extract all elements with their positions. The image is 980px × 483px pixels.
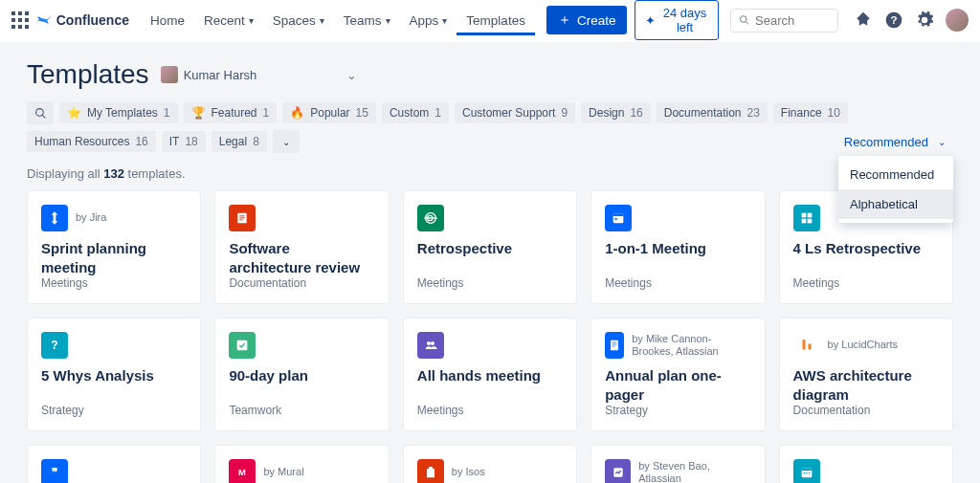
card-category: Teamwork [229, 404, 374, 417]
clip-icon [417, 459, 444, 483]
nav-items: Home Recent▾ Spaces▾ Teams▾ Apps▾ Templa… [141, 6, 535, 35]
chevron-down-icon: ⌄ [938, 137, 946, 147]
flame-icon: 🔥 [290, 106, 304, 120]
filter-pill-my-templates[interactable]: ⭐My Templates1 [59, 102, 178, 123]
svg-rect-2 [25, 11, 29, 15]
search-input[interactable] [755, 13, 830, 28]
filter-pill-human-resources[interactable]: Human Resources16 [27, 131, 156, 152]
template-card[interactable]: by Steven Bao, AtlassianBusiness status … [590, 445, 765, 483]
card-category: Documentation [229, 276, 374, 290]
template-card[interactable]: All hands meetingMeetings [403, 318, 577, 431]
template-card[interactable]: ?5 Whys AnalysisStrategy [27, 318, 201, 431]
filter-pill-popular[interactable]: 🔥Popular15 [282, 102, 376, 123]
status-icon [605, 459, 631, 483]
filter-count: 1 [263, 106, 270, 120]
template-card[interactable]: Calendar [779, 445, 953, 483]
nav-recent[interactable]: Recent▾ [194, 6, 263, 35]
help-icon[interactable]: ? [884, 11, 903, 30]
doc-icon [229, 205, 256, 231]
quote-icon: ❞ [41, 459, 68, 483]
filter-pill-documentation[interactable]: Documentation23 [657, 102, 768, 123]
chevron-down-icon: ▾ [320, 15, 324, 26]
svg-rect-26 [807, 213, 812, 218]
filter-count: 23 [747, 106, 760, 120]
svg-rect-36 [612, 346, 615, 347]
template-card[interactable]: by IsosBusiness plan one-pager [403, 445, 577, 483]
sort-option-recommended[interactable]: Recommended [838, 160, 953, 189]
filter-pill-design[interactable]: Design16 [581, 102, 651, 123]
filter-search-button[interactable] [27, 101, 54, 124]
svg-line-10 [746, 21, 748, 24]
card-byline: by Mural [263, 466, 303, 478]
card-title: Sprint planning meeting [41, 239, 187, 276]
svg-point-32 [431, 341, 434, 345]
create-button[interactable]: ＋ Create [546, 6, 628, 34]
template-card[interactable]: RetrospectiveMeetings [403, 190, 577, 304]
filter-pill-legal[interactable]: Legal8 [212, 131, 267, 152]
template-card[interactable]: 1-on-1 MeetingMeetings [590, 190, 765, 304]
sort-menu: Recommended Alphabetical [838, 156, 953, 223]
template-card[interactable]: by Mike Cannon-Brookes, AtlassianAnnual … [590, 318, 765, 431]
sort-button[interactable]: Recommended ⌄ [836, 131, 953, 153]
nav-home[interactable]: Home [141, 6, 194, 35]
template-card[interactable]: Software architecture reviewDocumentatio… [214, 190, 389, 304]
card-category: Meetings [605, 276, 750, 290]
svg-rect-3 [11, 18, 15, 22]
people-icon [417, 332, 444, 359]
svg-rect-17 [240, 217, 245, 218]
svg-text:?: ? [890, 13, 897, 26]
svg-rect-35 [612, 344, 617, 345]
cal-icon [605, 205, 632, 231]
filter-count: 15 [356, 106, 368, 120]
user-mini-avatar [161, 66, 178, 83]
confluence-logo[interactable]: Confluence [33, 11, 129, 30]
svg-rect-43 [801, 468, 812, 471]
filter-pill-featured[interactable]: 🏆Featured1 [184, 102, 278, 123]
card-title: Retrospective [417, 239, 563, 258]
chevron-down-icon: ▾ [249, 15, 254, 26]
svg-point-9 [740, 16, 746, 23]
filter-more-button[interactable]: ⌄ [273, 130, 300, 153]
filter-pill-finance[interactable]: Finance10 [773, 102, 848, 123]
user-avatar[interactable] [946, 9, 969, 32]
filter-label: Customer Support [462, 106, 555, 120]
filter-pill-it[interactable]: IT18 [162, 131, 206, 152]
template-card[interactable]: Mby MuralBrainstorming [214, 445, 389, 483]
svg-rect-16 [240, 215, 245, 216]
space-user-name: Kumar Harsh [184, 68, 257, 82]
svg-rect-0 [11, 11, 15, 15]
svg-point-31 [427, 341, 431, 345]
jira-icon [41, 205, 68, 231]
sort-option-alphabetical[interactable]: Alphabetical [838, 189, 953, 219]
filter-count: 16 [135, 135, 147, 148]
nav-teams[interactable]: Teams▾ [334, 6, 400, 35]
chevron-down-icon: ⌄ [282, 137, 290, 147]
nav-templates[interactable]: Templates [457, 6, 535, 35]
template-card[interactable]: ❞Blog post [27, 445, 201, 483]
svg-rect-34 [612, 342, 617, 343]
settings-icon[interactable] [915, 11, 934, 30]
nav-apps[interactable]: Apps▾ [400, 6, 457, 35]
filter-count: 18 [185, 135, 197, 148]
template-card[interactable]: by JiraSprint planning meetingMeetings [27, 190, 201, 304]
filter-label: Documentation [664, 106, 742, 120]
template-card[interactable]: 90-day planTeamwork [214, 318, 389, 431]
svg-rect-44 [803, 472, 804, 473]
grid-icon [793, 205, 820, 231]
app-switcher-icon[interactable] [11, 9, 30, 32]
filter-pill-custom[interactable]: Custom1 [382, 102, 449, 123]
filter-pill-customer-support[interactable]: Customer Support9 [455, 102, 575, 123]
plus-icon: ＋ [558, 11, 571, 29]
notifications-icon[interactable] [854, 11, 873, 30]
trial-days-left-button[interactable]: ✦ 24 days left [635, 0, 718, 40]
filter-count: 1 [434, 106, 441, 120]
svg-rect-25 [801, 213, 806, 218]
space-user-picker[interactable]: Kumar Harsh ⌄ [161, 66, 358, 83]
lucid-icon [793, 332, 820, 359]
nav-spaces[interactable]: Spaces▾ [263, 6, 334, 35]
svg-rect-8 [25, 25, 29, 29]
search-box[interactable] [730, 9, 838, 33]
svg-rect-40 [429, 467, 433, 470]
template-card[interactable]: by LucidChartsAWS architecture diagramDo… [779, 318, 953, 431]
filter-count: 9 [561, 106, 568, 120]
